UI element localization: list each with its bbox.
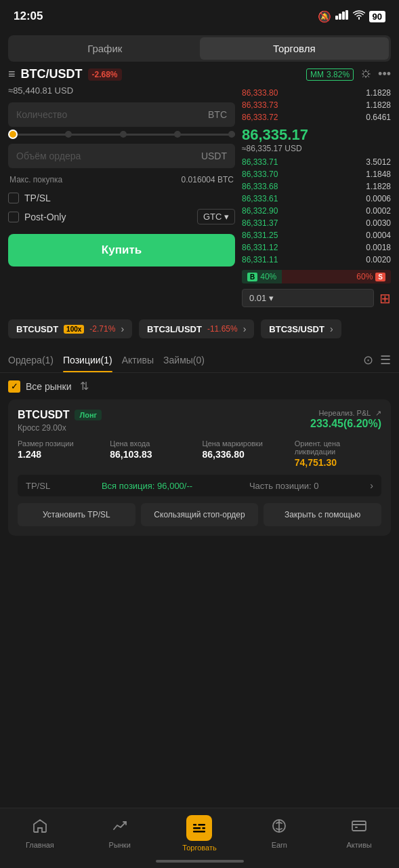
slider-thumb[interactable]	[8, 130, 18, 139]
ask-rows: 86,333.801.182886,333.731.182886,333.720…	[242, 87, 391, 123]
nav-earn[interactable]: Earn	[259, 818, 299, 849]
bottom-nav: Главная Рынки Торговать	[0, 808, 399, 868]
pos-card-left: BTCUSDT Лонг Кросс 29.00x	[18, 409, 102, 433]
bid-row: 86,331.250.0004	[242, 229, 391, 241]
grid-view-icon[interactable]: ⊞	[379, 290, 391, 307]
bid-rows: 86,333.713.501286,333.701.184886,333.681…	[242, 156, 391, 266]
post-only-row[interactable]: Post-Only GTC ▾	[8, 209, 235, 224]
ticker-btc3s-name: BTC3S/USDT	[269, 324, 324, 334]
ticker-btcusdt[interactable]: BTCUSDT 100x -2.71% ›	[8, 319, 132, 338]
max-buy-value: 0.016004 BTC	[182, 175, 234, 184]
all-markets-checkbox[interactable]: ✓	[8, 380, 20, 393]
status-bar: 12:05 🔕 90	[0, 0, 399, 30]
bid-qty: 1.1828	[366, 182, 391, 191]
markets-icon	[112, 818, 128, 838]
slider-dot-100[interactable]	[228, 131, 235, 138]
buy-button[interactable]: Купить	[8, 234, 235, 267]
status-icons: 🔕 90	[318, 10, 385, 23]
pair-name[interactable]: BTC/USDT	[21, 67, 83, 81]
quantity-placeholder: Количество	[16, 109, 208, 120]
svg-rect-8	[201, 826, 203, 831]
ticker-btc3s-arrow: ›	[330, 323, 333, 334]
max-buy-row: Макс. покупка 0.016004 BTC	[8, 175, 235, 184]
tab-chart[interactable]: График	[10, 37, 200, 60]
ticker-btc3l-name: BTC3L/USDT	[147, 324, 202, 334]
quantity-unit: BTC	[208, 109, 227, 120]
list-icon[interactable]: ☰	[380, 353, 391, 368]
pos-name: BTCUSDT	[18, 409, 69, 421]
slider-dots	[8, 131, 235, 139]
tpsl-checkbox[interactable]	[8, 193, 19, 203]
bid-price: 86,331.11	[242, 255, 278, 264]
nav-assets-label: Активы	[346, 841, 371, 849]
nav-earn-label: Earn	[272, 841, 287, 849]
bid-price: 86,331.12	[242, 243, 278, 252]
ask-qty: 0.6461	[366, 113, 391, 122]
slider-dot-25[interactable]	[65, 131, 72, 138]
nav-trade[interactable]: Торговать	[179, 815, 219, 852]
b-badge: B	[247, 273, 257, 281]
nav-home[interactable]: Главная	[20, 818, 60, 849]
nav-markets-label: Рынки	[109, 841, 131, 849]
order-volume-group[interactable]: Объём ордера USDT	[8, 144, 235, 168]
pos-pnl-label: Нереализ. P&L ↗	[310, 409, 381, 418]
left-panel: ≡ BTC/USDT -2.68% ≈85,440.81 USD Количес…	[8, 67, 235, 307]
ticker-scroll[interactable]: BTCUSDT 100x -2.71% › BTC3L/USDT -11.65%…	[0, 313, 399, 345]
ask-qty: 1.1828	[366, 88, 391, 98]
nav-trade-label: Торговать	[182, 844, 216, 852]
pair-header: ≡ BTC/USDT -2.68%	[8, 67, 235, 81]
tab-assets[interactable]: Активы	[122, 348, 163, 372]
slider-dot-50[interactable]	[120, 131, 127, 138]
ask-price: 86,333.73	[242, 100, 278, 110]
tab-loans[interactable]: Займы(0)	[163, 348, 214, 372]
tpsl-position-row[interactable]: TP/SL Вся позиция: 96,000/-- Часть позиц…	[18, 475, 381, 496]
ticker-btc3s[interactable]: BTC3S/USDT ›	[261, 319, 341, 338]
tpsl-arrow-icon[interactable]: ›	[370, 480, 373, 491]
quantity-input-group[interactable]: Количество BTC	[8, 102, 235, 127]
post-only-checkbox[interactable]	[8, 212, 19, 222]
gtc-selector[interactable]: GTC ▾	[197, 209, 235, 224]
nav-assets[interactable]: Активы	[339, 818, 379, 849]
qty-chevron-icon: ▾	[269, 293, 274, 303]
bid-row: 86,331.110.0020	[242, 254, 391, 266]
ticker-btcusdt-name: BTCUSDT	[16, 324, 58, 334]
tpsl-label: TP/SL	[24, 193, 51, 203]
pnl-external-icon[interactable]: ↗	[375, 409, 381, 417]
nav-markets[interactable]: Рынки	[100, 818, 140, 849]
slider-dot-75[interactable]	[174, 131, 181, 138]
sort-icon[interactable]: ⇅	[80, 380, 89, 393]
pos-size-value: 1.248	[18, 449, 104, 460]
tpsl-row[interactable]: TP/SL	[8, 193, 235, 203]
bid-row: 86,331.120.0018	[242, 241, 391, 254]
close-with-button[interactable]: Закрыть с помощью	[264, 503, 381, 526]
tab-trade[interactable]: Торговля	[200, 37, 390, 60]
pair-menu-icon[interactable]: ≡	[8, 67, 16, 81]
filter-icon[interactable]: ⛭	[360, 67, 373, 81]
pos-card-header: BTCUSDT Лонг Кросс 29.00x Нереализ. P&L …	[18, 409, 381, 433]
trade-content: ≡ BTC/USDT -2.68% ≈85,440.81 USD Количес…	[0, 67, 399, 307]
tab-positions[interactable]: Позиции(1)	[63, 348, 122, 372]
bid-qty: 1.1848	[366, 170, 391, 179]
more-icon[interactable]: •••	[378, 67, 391, 81]
trailing-stop-button[interactable]: Скользящий стоп-ордер	[141, 503, 259, 526]
pos-liq-label: Ориент. цена ликвидации	[295, 439, 381, 456]
bid-qty: 3.5012	[366, 157, 391, 167]
home-icon	[32, 818, 48, 838]
amount-slider[interactable]	[8, 134, 235, 136]
set-tpsl-button[interactable]: Установить TP/SL	[18, 503, 135, 526]
bid-qty: 0.0020	[366, 255, 391, 264]
camera-icon[interactable]: ⊙	[363, 353, 373, 368]
pos-card-right: Нереализ. P&L ↗ 233.45(6.20%)	[310, 409, 381, 430]
gtc-select[interactable]: GTC ▾	[197, 209, 235, 224]
trade-icon-box	[186, 815, 212, 841]
tab-orders[interactable]: Ордера(1)	[8, 348, 63, 372]
qty-select[interactable]: 0.01 ▾	[242, 289, 374, 307]
order-volume-placeholder: Объём ордера	[16, 151, 201, 161]
gtc-chevron-icon: ▾	[224, 212, 229, 222]
status-time: 12:05	[14, 9, 43, 23]
sell-pct-value: 60%	[356, 272, 373, 281]
ticker-btc3l-change: -11.65%	[207, 324, 238, 334]
svg-rect-3	[345, 10, 348, 20]
bid-row: 86,332.900.0002	[242, 205, 391, 217]
ticker-btc3l[interactable]: BTC3L/USDT -11.65% ›	[139, 319, 254, 338]
